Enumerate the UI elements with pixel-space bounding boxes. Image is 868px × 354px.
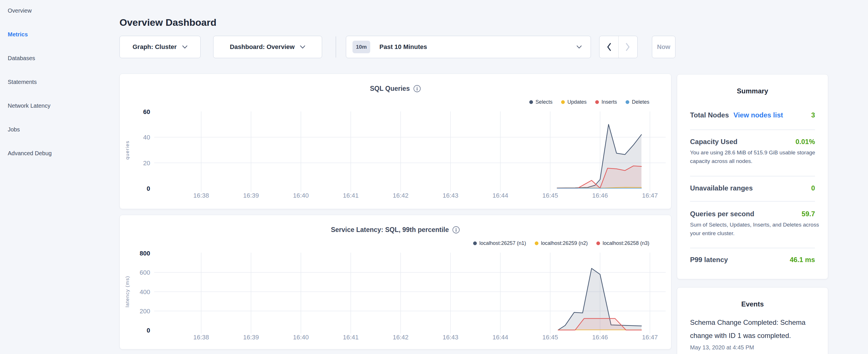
db-console-app: Overview Metrics Databases Statements Ne… [0,0,868,354]
graph-dropdown-label: Graph: Cluster [132,43,177,51]
legend-label: Deletes [632,99,649,105]
legend-item: Updates [561,99,587,105]
divider [690,129,815,130]
svg-text:200: 200 [140,308,150,315]
svg-text:16:43: 16:43 [442,192,458,199]
divider [690,176,815,176]
events-panel: Events Schema Change Completed: Schema c… [677,287,828,354]
time-step-buttons [599,36,638,58]
dashboard-dropdown-label: Dashboard: Overview [230,43,294,51]
time-range-label: Past 10 Minutes [379,43,427,51]
legend-dot-n2 [535,242,538,245]
legend-item: localhost:26257 (n1) [473,240,526,246]
svg-text:latency (ms): latency (ms) [125,276,130,308]
info-icon[interactable] [413,85,421,93]
time-forward-button[interactable] [619,36,638,58]
legend-dot-inserts [595,100,599,104]
legend-label: localhost:26259 (n2) [541,240,588,246]
sidebar-item-advanced-debug[interactable]: Advanced Debug [8,141,111,165]
svg-text:16:44: 16:44 [492,192,508,199]
sidebar-item-databases[interactable]: Databases [8,46,111,70]
time-back-button[interactable] [599,36,619,58]
page-title: Overview Dashboard [120,16,216,29]
svg-text:16:47: 16:47 [642,334,658,341]
sql-queries-chart[interactable]: 16:3816:3916:4016:4116:4216:4316:4416:45… [120,74,672,210]
svg-text:0: 0 [147,327,150,334]
summary-panel: Summary Total Nodes View nodes list 3 Ca… [677,74,828,279]
now-button-label: Now [657,43,670,51]
sidebar-item-jobs[interactable]: Jobs [8,118,111,141]
sidebar-item-network-latency[interactable]: Network Latency [8,94,111,118]
summary-value: 46.1 ms [790,256,815,264]
svg-text:600: 600 [140,269,150,276]
summary-row-capacity: Capacity Used 0.01% [690,138,815,146]
chart-legend: Selects Updates Inserts Deletes [529,99,649,105]
divider [690,201,815,202]
svg-text:400: 400 [140,288,150,296]
service-latency-chart-card: 16:3816:3916:4016:4116:4216:4316:4416:45… [120,215,672,349]
legend-label: Updates [567,99,587,105]
chevron-down-icon [300,45,306,49]
dashboard-dropdown[interactable]: Dashboard: Overview [213,36,322,58]
legend-dot-n1 [473,242,477,245]
time-range-dropdown[interactable]: 10m Past 10 Minutes [346,36,591,58]
info-icon[interactable] [452,226,460,234]
svg-text:40: 40 [143,134,150,141]
summary-row-p99-latency: P99 latency 46.1 ms [690,256,815,264]
sidebar: Overview Metrics Databases Statements Ne… [8,0,111,165]
chevron-left-icon [607,43,612,51]
svg-text:16:45: 16:45 [542,334,558,341]
svg-text:16:46: 16:46 [592,334,608,341]
legend-item: Selects [529,99,553,105]
legend-dot-deletes [626,100,629,104]
legend-label: Inserts [601,99,617,105]
svg-text:16:40: 16:40 [293,192,309,199]
summary-label: Unavailable ranges [690,184,753,192]
legend-dot-n3 [596,242,600,245]
chart-title-row: SQL Queries [120,84,671,93]
event-message[interactable]: Schema Change Completed: Schema change w… [690,316,820,342]
service-latency-chart[interactable]: 16:3816:3916:4016:4116:4216:4316:4416:45… [120,215,672,350]
svg-text:16:41: 16:41 [343,334,359,341]
events-title: Events [677,300,828,308]
now-button[interactable]: Now [652,36,676,58]
graph-dropdown[interactable]: Graph: Cluster [120,36,200,58]
summary-label: Queries per second [690,210,754,218]
svg-text:16:42: 16:42 [393,192,408,199]
svg-text:16:46: 16:46 [592,192,608,199]
summary-row-unavailable-ranges: Unavailable ranges 0 [690,184,815,192]
chevron-down-icon [182,45,188,49]
controls-divider [336,36,336,58]
svg-text:16:40: 16:40 [293,334,309,341]
legend-item: localhost:26258 (n3) [596,240,649,246]
svg-text:16:39: 16:39 [243,192,259,199]
legend-item: Inserts [595,99,617,105]
chevron-right-icon [625,43,630,51]
summary-value: 3 [811,111,815,119]
time-range-badge: 10m [352,41,370,53]
summary-row-qps: Queries per second 59.7 [690,210,815,218]
legend-dot-updates [561,100,565,104]
svg-text:16:42: 16:42 [393,334,408,341]
legend-label: Selects [535,99,553,105]
chart-title-row: Service Latency: SQL, 99th percentile [120,225,671,234]
chart-title: SQL Queries [370,84,410,93]
legend-dot-selects [529,100,533,104]
legend-label: localhost:26257 (n1) [479,240,526,246]
svg-text:queries: queries [125,141,130,160]
svg-text:800: 800 [140,250,150,257]
sidebar-item-metrics[interactable]: Metrics [8,23,111,46]
summary-title: Summary [677,87,828,95]
summary-label: Capacity Used [690,138,737,146]
svg-text:0: 0 [147,185,150,192]
sidebar-item-statements[interactable]: Statements [8,70,111,94]
sql-queries-chart-card: 16:3816:3916:4016:4116:4216:4316:4416:45… [120,74,672,209]
svg-text:16:43: 16:43 [442,334,458,341]
svg-text:16:39: 16:39 [243,334,259,341]
view-nodes-list-link[interactable]: View nodes list [734,111,783,119]
summary-value: 59.7 [802,210,815,218]
svg-text:16:38: 16:38 [193,334,209,341]
svg-text:16:38: 16:38 [193,192,209,199]
sidebar-item-overview[interactable]: Overview [8,0,111,23]
summary-value: 0.01% [796,138,815,146]
